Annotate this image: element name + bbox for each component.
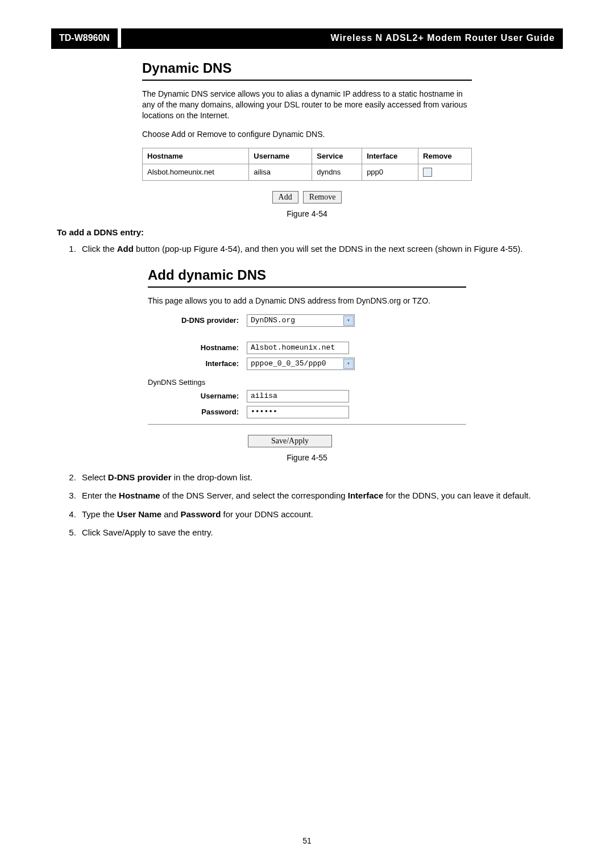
step-5: Click Save/Apply to save the entry. xyxy=(78,526,557,539)
steps-list-2: Select D-DNS provider in the drop-down l… xyxy=(57,471,557,539)
section-label: To add a DDNS entry: xyxy=(57,227,557,237)
figure-4-55: Add dynamic DNS This page allows you to … xyxy=(148,267,466,447)
provider-value: DynDNS.org xyxy=(251,316,295,325)
col-hostname: Hostname xyxy=(143,148,249,164)
step-3: Enter the Hostname of the DNS Server, an… xyxy=(78,489,557,502)
row-username: Username: xyxy=(148,390,466,402)
col-service: Service xyxy=(312,148,362,164)
interface-select[interactable]: pppoe_0_0_35/ppp0 ▾ xyxy=(247,358,355,370)
divider xyxy=(148,424,466,425)
divider xyxy=(148,286,466,288)
table-row: Alsbot.homeunix.net ailisa dyndns ppp0 xyxy=(143,164,472,181)
password-input[interactable] xyxy=(247,406,349,418)
cell-service: dyndns xyxy=(312,164,362,181)
remove-button[interactable]: Remove xyxy=(303,191,342,203)
cell-username: ailisa xyxy=(249,164,312,181)
divider xyxy=(142,80,472,81)
steps-list-1: Click the Add button (pop-up Figure 4-54… xyxy=(57,243,557,256)
panel-title: Dynamic DNS xyxy=(142,60,472,76)
row-hostname: Hostname: xyxy=(148,342,466,354)
col-username: Username xyxy=(249,148,312,164)
add-button[interactable]: Add xyxy=(272,191,298,203)
label-hostname: Hostname: xyxy=(148,343,247,352)
col-interface: Interface xyxy=(362,148,418,164)
row-interface: Interface: pppoe_0_0_35/ppp0 ▾ xyxy=(148,358,466,370)
label-username: Username: xyxy=(148,392,247,400)
remove-checkbox[interactable] xyxy=(423,168,432,177)
panel-instruction: Choose Add or Remove to configure Dynami… xyxy=(142,129,472,140)
step-1: Click the Add button (pop-up Figure 4-54… xyxy=(78,243,557,256)
panel2-desc: This page allows you to add a Dynamic DN… xyxy=(148,296,466,306)
chevron-down-icon: ▾ xyxy=(343,359,354,369)
hostname-input[interactable] xyxy=(247,342,349,354)
table-header-row: Hostname Username Service Interface Remo… xyxy=(143,148,472,164)
row-password: Password: xyxy=(148,406,466,418)
interface-value: pppoe_0_0_35/ppp0 xyxy=(251,359,326,368)
page-header: TD-W8960N Wireless N ADSL2+ Modem Router… xyxy=(51,28,563,49)
cell-hostname: Alsbot.homeunix.net xyxy=(143,164,249,181)
username-input[interactable] xyxy=(247,390,349,402)
panel-desc: The Dynamic DNS service allows you to al… xyxy=(142,89,472,121)
save-apply-button[interactable]: Save/Apply xyxy=(248,435,332,447)
label-interface: Interface: xyxy=(148,359,247,368)
label-provider: D-DNS provider: xyxy=(148,316,247,325)
figure-4-54: Dynamic DNS The Dynamic DNS service allo… xyxy=(142,60,472,203)
guide-title: Wireless N ADSL2+ Modem Router User Guid… xyxy=(121,28,563,48)
button-row: Add Remove xyxy=(142,191,472,203)
ddns-table: Hostname Username Service Interface Remo… xyxy=(142,148,472,181)
row-provider: D-DNS provider: DynDNS.org ▾ xyxy=(148,314,466,327)
col-remove: Remove xyxy=(418,148,472,164)
step-4: Type the User Name and Password for your… xyxy=(78,508,557,521)
provider-select[interactable]: DynDNS.org ▾ xyxy=(247,314,355,327)
chevron-down-icon: ▾ xyxy=(343,315,354,326)
page-number: 51 xyxy=(0,836,614,845)
figure-caption-54: Figure 4-54 xyxy=(57,209,557,218)
cell-remove xyxy=(418,164,472,181)
figure-caption-55: Figure 4-55 xyxy=(57,453,557,462)
label-password: Password: xyxy=(148,408,247,416)
step-2: Select D-DNS provider in the drop-down l… xyxy=(78,471,557,484)
model-label: TD-W8960N xyxy=(51,28,118,48)
dyndns-settings-label: DynDNS Settings xyxy=(148,378,466,387)
cell-interface: ppp0 xyxy=(362,164,418,181)
panel2-title: Add dynamic DNS xyxy=(148,267,466,283)
